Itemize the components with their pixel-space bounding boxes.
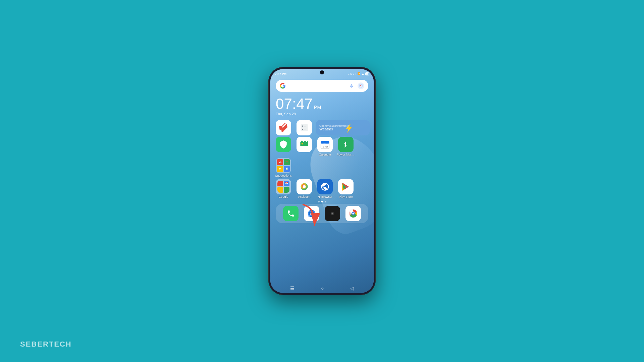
clock-ampm: PM xyxy=(314,105,321,110)
app-icon-gallery-wrapper[interactable] xyxy=(295,137,313,152)
suggestions-label: Suggestions xyxy=(275,174,292,178)
google-dots-icon: ● G G ○ xyxy=(348,73,357,75)
clock-time: 07:47 PM xyxy=(276,97,368,111)
weather-click-text: Click for weather information xyxy=(319,125,366,127)
suggestions-folder-icon[interactable]: 📅 📍 🗺 📊 xyxy=(276,158,291,173)
svg-point-17 xyxy=(332,213,333,214)
watermark: SEBERTECH xyxy=(20,340,72,349)
google-search-bar[interactable] xyxy=(276,80,368,92)
lens-search-icon[interactable] xyxy=(358,82,364,89)
app-icon-google-wrapper[interactable]: 📅 Google xyxy=(274,179,292,199)
svg-text:M T W: M T W xyxy=(323,146,328,148)
svg-point-21 xyxy=(353,213,354,214)
google-folder-icon[interactable]: 📅 xyxy=(276,179,291,194)
folder-mini-2: 📍 xyxy=(284,159,290,165)
weather-widget[interactable]: Click for weather information Weather xyxy=(316,120,370,135)
phone-screen: 7:47 PM ● G G ○ 📶 ▲ ▓ xyxy=(270,69,374,293)
battery-icon: ▓ xyxy=(365,72,369,75)
app-icon-hibrowser-wrapper[interactable]: Hi Browser xyxy=(316,179,334,199)
status-time: 7:47 PM xyxy=(275,72,286,75)
folder-mini-4: 📊 xyxy=(284,166,290,172)
clock-widget: 07:47 PM Thu, Sep 28 xyxy=(274,94,370,117)
signal-icon: ▲ xyxy=(362,72,364,75)
power-label: Power Mara... xyxy=(337,153,355,157)
app-row-suggestions: 📅 📍 🗺 📊 Suggestions xyxy=(274,158,370,178)
app-icon-suggestions-wrapper[interactable]: 📅 📍 🗺 📊 Suggestions xyxy=(274,158,292,178)
menu-nav-button[interactable]: ☰ xyxy=(290,286,294,291)
svg-point-12 xyxy=(303,185,306,188)
app-icon-tools-wrapper[interactable] xyxy=(274,120,292,135)
svg-point-4 xyxy=(302,143,303,144)
app-icon-assistant-wrapper[interactable]: Assistant xyxy=(295,179,313,199)
camera-dock-icon[interactable] xyxy=(325,206,340,221)
home-nav-button[interactable]: ○ xyxy=(321,286,324,291)
phone-device: 7:47 PM ● G G ○ 📶 ▲ ▓ xyxy=(268,67,376,295)
lightning-icon: ⚡ xyxy=(344,123,354,133)
voice-search-icon[interactable] xyxy=(348,82,355,89)
app-icon-power-wrapper[interactable]: Power Mara... xyxy=(337,137,355,157)
screen-content: 07:47 PM Thu, Sep 28 ⚡ xyxy=(270,77,374,284)
tools-icon[interactable] xyxy=(276,120,291,135)
power-manager-icon[interactable] xyxy=(338,137,354,152)
gallery-icon[interactable] xyxy=(297,137,312,152)
status-icons: ● G G ○ 📶 ▲ ▓ xyxy=(348,72,369,75)
hibrowser-icon[interactable] xyxy=(317,179,333,194)
folder-mini-1: 📅 xyxy=(277,159,283,165)
security-icon[interactable] xyxy=(276,137,291,152)
chrome-icon[interactable] xyxy=(345,206,361,221)
assistant-icon[interactable] xyxy=(297,179,312,194)
svg-text:× =: × = xyxy=(302,128,306,131)
wifi-icon: 📶 xyxy=(358,72,361,75)
app-icon-calendar-wrapper[interactable]: 31 M T W Calendar xyxy=(316,137,334,157)
camera-notch xyxy=(320,70,324,74)
assistant-label: Assistant xyxy=(298,195,311,199)
red-arrow-annotation xyxy=(296,201,326,236)
calendar-icon[interactable]: 31 M T W xyxy=(317,137,333,152)
calc-icon[interactable]: + − × = xyxy=(297,120,312,135)
google-folder-label: Google xyxy=(278,195,288,199)
dock-chrome-wrapper[interactable] xyxy=(344,206,362,221)
svg-marker-9 xyxy=(344,141,347,148)
clock-date: Thu, Sep 28 xyxy=(276,112,368,116)
app-row-4: 📅 Google xyxy=(274,179,370,199)
folder-mini-3: 🗺 xyxy=(277,166,283,172)
svg-text:31: 31 xyxy=(323,142,326,145)
playstore-icon[interactable] xyxy=(338,179,354,194)
app-icon-security-wrapper[interactable] xyxy=(274,137,292,152)
hibrowser-label: Hi Browser xyxy=(318,195,332,199)
google-g-icon xyxy=(280,83,286,89)
app-row-1: + − × = Click for weather information We… xyxy=(274,120,370,135)
app-row-2: 31 M T W Calendar Power Mara... xyxy=(274,137,370,157)
playstore-label: Play Store xyxy=(339,195,353,199)
app-icon-calc-wrapper[interactable]: + − × = xyxy=(295,120,313,135)
calendar-label: Calendar xyxy=(319,153,331,157)
app-icon-playstore-wrapper[interactable]: Play Store xyxy=(337,179,355,199)
dock-camera-wrapper[interactable] xyxy=(323,206,341,221)
back-nav-button[interactable]: ◁ xyxy=(350,286,354,291)
svg-point-0 xyxy=(360,85,362,86)
weather-label: Weather xyxy=(319,127,366,131)
nav-bar: ☰ ○ ◁ xyxy=(270,284,374,293)
